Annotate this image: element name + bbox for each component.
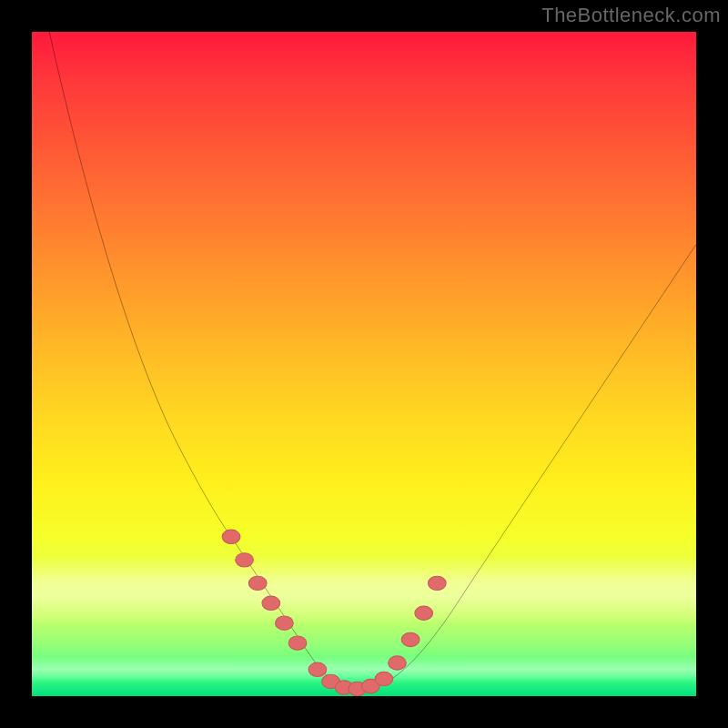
curve-line: [32, 32, 696, 690]
marker-point: [375, 672, 393, 685]
marker-point: [248, 576, 267, 590]
marker-point: [288, 636, 307, 650]
watermark-text: TheBottleneck.com: [541, 4, 721, 27]
chart-stage: TheBottleneck.com: [0, 0, 728, 728]
marker-point: [262, 596, 280, 610]
marker-point: [236, 553, 254, 567]
marker-group: [222, 530, 446, 696]
marker-point: [415, 606, 433, 620]
marker-point: [401, 632, 420, 646]
marker-point: [222, 530, 240, 543]
marker-point: [276, 616, 294, 630]
marker-point: [428, 576, 446, 590]
plot-area: [32, 32, 696, 696]
chart-svg: [32, 32, 696, 696]
marker-point: [308, 662, 327, 676]
marker-point: [389, 656, 407, 670]
